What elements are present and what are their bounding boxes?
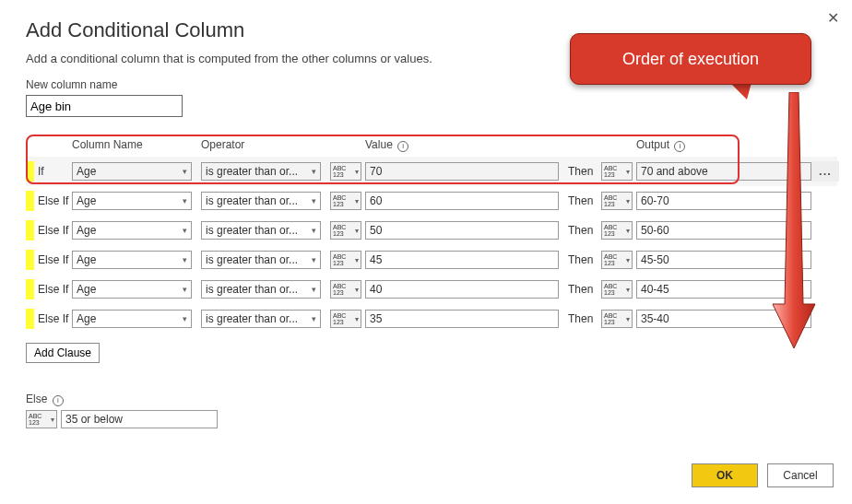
value-type-selector[interactable]: ABC123▾ [330,280,361,299]
info-icon: i [53,395,64,406]
output-input[interactable]: 45-50 [636,251,811,269]
value-type-selector[interactable]: ABC123▾ [330,162,361,181]
rule-keyword: Else If [34,224,72,237]
info-icon: i [674,141,685,152]
output-input[interactable]: 60-70 [636,192,811,210]
value-input[interactable]: 50 [365,221,559,240]
add-clause-button[interactable]: Add Clause [26,343,100,363]
output-type-selector[interactable]: ABC123▾ [601,221,633,240]
output-type-selector[interactable]: ABC123▾ [601,192,633,210]
header-operator: Operator [201,138,321,151]
rules-header-row: Column Name Operator Value i Output i [26,135,837,157]
value-type-selector[interactable]: ABC123▾ [330,221,361,240]
column-name-select[interactable]: Age▾ [72,251,192,269]
rule-row: Else IfAge▾is greater than or...▾ABC123▾… [26,186,837,216]
else-value-input[interactable]: 35 or below [61,410,218,428]
rule-keyword: Else If [34,253,72,266]
more-menu-icon[interactable]: ... [811,161,839,182]
row-highlight [26,191,34,211]
output-input[interactable]: 70 and above [636,162,811,181]
operator-select[interactable]: is greater than or...▾ [201,162,321,181]
operator-select[interactable]: is greater than or...▾ [201,251,321,269]
column-name-select[interactable]: Age▾ [72,192,192,210]
column-name-select[interactable]: Age▾ [72,221,192,240]
operator-select[interactable]: is greater than or...▾ [201,310,321,328]
rule-keyword: Else If [34,312,72,325]
row-highlight [26,309,34,329]
row-highlight [26,250,34,270]
value-input[interactable]: 35 [365,310,559,328]
output-type-selector[interactable]: ABC123▾ [601,162,633,181]
header-output: Output [636,138,669,151]
rules-block: Column Name Operator Value i Output i If… [26,135,837,363]
cancel-button[interactable]: Cancel [767,463,834,487]
rule-keyword: Else If [34,194,72,207]
else-type-selector[interactable]: ABC123▾ [26,410,57,428]
column-name-select[interactable]: Age▾ [72,310,192,328]
then-label: Then [568,253,601,266]
rule-keyword: Else If [34,283,72,296]
value-input[interactable]: 45 [365,251,559,269]
then-label: Then [568,224,601,237]
rule-row: Else IfAge▾is greater than or...▾ABC123▾… [26,245,837,275]
value-type-selector[interactable]: ABC123▾ [330,310,361,328]
close-icon[interactable]: ✕ [827,9,839,27]
rule-row: Else IfAge▾is greater than or...▾ABC123▾… [26,275,837,304]
header-value: Value [365,138,393,151]
output-type-selector[interactable]: ABC123▾ [601,251,633,269]
operator-select[interactable]: is greater than or...▾ [201,221,321,240]
then-label: Then [568,194,601,207]
info-icon: i [397,141,408,152]
callout-bubble: Order of execution [570,33,811,85]
rule-keyword: If [34,165,72,178]
row-highlight [26,279,34,299]
output-input[interactable]: 35-40 [636,310,811,328]
value-type-selector[interactable]: ABC123▾ [330,192,361,210]
value-input[interactable]: 60 [365,192,559,210]
output-type-selector[interactable]: ABC123▾ [601,310,633,328]
new-column-input[interactable] [26,95,183,117]
output-input[interactable]: 40-45 [636,280,811,299]
else-label: Else [26,393,47,405]
row-highlight [26,220,34,240]
column-name-select[interactable]: Age▾ [72,162,192,181]
value-type-selector[interactable]: ABC123▾ [330,251,361,269]
row-highlight [26,161,34,182]
then-label: Then [568,283,601,296]
operator-select[interactable]: is greater than or...▾ [201,280,321,299]
rule-row: IfAge▾is greater than or...▾ABC123▾70The… [26,157,837,186]
value-input[interactable]: 70 [365,162,559,181]
column-name-select[interactable]: Age▾ [72,280,192,299]
rule-row: Else IfAge▾is greater than or...▾ABC123▾… [26,304,837,334]
header-column-name: Column Name [72,138,192,151]
then-label: Then [568,312,601,325]
rule-row: Else IfAge▾is greater than or...▾ABC123▾… [26,216,837,245]
output-type-selector[interactable]: ABC123▾ [601,280,633,299]
output-input[interactable]: 50-60 [636,221,811,240]
ok-button[interactable]: OK [692,463,758,487]
operator-select[interactable]: is greater than or...▾ [201,192,321,210]
value-input[interactable]: 40 [365,280,559,299]
then-label: Then [568,165,601,178]
